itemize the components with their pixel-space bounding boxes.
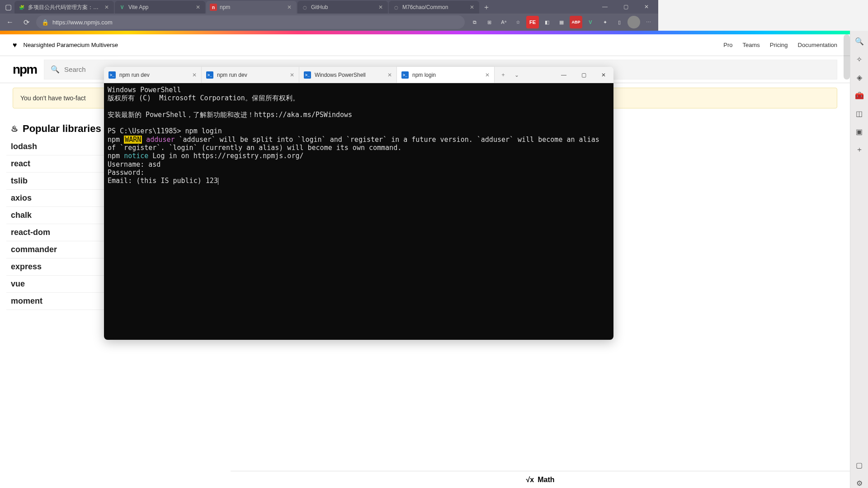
warn-badge: WARN bbox=[124, 136, 142, 144]
favicon-icon: 🧩 bbox=[18, 4, 25, 11]
terminal-line: Username: asd bbox=[108, 160, 160, 169]
tab-title: M76chao/Common bbox=[402, 4, 466, 10]
terminal-prompt: PS C:\Users\11985> bbox=[108, 127, 185, 135]
tab-title: Vite App bbox=[128, 4, 192, 10]
close-icon[interactable]: ✕ bbox=[387, 72, 392, 78]
grid-icon[interactable]: ⊞ bbox=[483, 16, 495, 28]
rainbow-divider bbox=[0, 31, 658, 34]
powershell-icon: >_ bbox=[108, 71, 116, 79]
collections-icon[interactable]: ▯ bbox=[613, 16, 626, 28]
tab-title: npm bbox=[220, 4, 283, 10]
vue-extension-icon[interactable]: V bbox=[584, 16, 597, 28]
close-icon[interactable]: ✕ bbox=[192, 72, 197, 78]
browser-titlebar: ▢ 🧩 多项目公共代码管理方案：git su ✕ V Vite App ✕ n … bbox=[0, 0, 658, 14]
terminal-line: 版权所有 (C) Microsoft Corporation。保留所有权利。 bbox=[108, 94, 299, 102]
terminal-line: npm notice Log in on https://registry.np… bbox=[108, 152, 303, 160]
maximize-button[interactable]: ▢ bbox=[574, 67, 594, 83]
star-icon[interactable]: ☆ bbox=[512, 16, 524, 28]
close-icon[interactable]: ✕ bbox=[286, 4, 293, 11]
favicon-icon: V bbox=[118, 4, 126, 11]
browser-tab-active[interactable]: n npm ✕ bbox=[206, 1, 297, 14]
maximize-button[interactable]: ▢ bbox=[616, 0, 636, 14]
terminal-line: Windows PowerShell bbox=[108, 86, 181, 94]
new-tab-button[interactable]: ＋ bbox=[480, 1, 493, 14]
search-icon: 🔍 bbox=[51, 65, 60, 74]
lock-icon: 🔒 bbox=[42, 19, 49, 26]
terminal-controls: ＋ ⌄ bbox=[496, 67, 524, 83]
terminal-tab[interactable]: >_ npm run dev ✕ bbox=[104, 67, 202, 83]
browser-tab[interactable]: 🧩 多项目公共代码管理方案：git su ✕ bbox=[14, 1, 114, 14]
text-size-icon[interactable]: Aᵃ bbox=[497, 16, 510, 28]
minimize-button[interactable]: — bbox=[595, 0, 615, 14]
powershell-icon: >_ bbox=[401, 71, 409, 79]
terminal-tabs: >_ npm run dev ✕ >_ npm run dev ✕ >_ Win… bbox=[104, 67, 613, 83]
terminal-window: >_ npm run dev ✕ >_ npm run dev ✕ >_ Win… bbox=[104, 67, 613, 340]
new-tab-button[interactable]: ＋ bbox=[496, 71, 510, 79]
npm-top-nav: ♥ Nearsighted Paramecium Multiverse Pro … bbox=[0, 34, 658, 56]
tab-title: GitHub bbox=[311, 4, 374, 10]
dropdown-icon[interactable]: ⌄ bbox=[510, 72, 524, 78]
extension-icon[interactable]: ◧ bbox=[541, 16, 553, 28]
terminal-line: Password: bbox=[108, 169, 144, 177]
browser-tab-strip: 🧩 多项目公共代码管理方案：git su ✕ V Vite App ✕ n np… bbox=[14, 0, 595, 14]
terminal-line: 安装最新的 PowerShell，了解新功能和改进！https://aka.ms… bbox=[108, 111, 352, 119]
flame-icon: ♨ bbox=[11, 124, 18, 134]
url-text: https://www.npmjs.com bbox=[52, 19, 113, 26]
terminal-tab-title: Windows PowerShell bbox=[315, 72, 384, 78]
close-icon[interactable]: ✕ bbox=[377, 4, 384, 11]
close-icon[interactable]: ✕ bbox=[485, 72, 490, 78]
terminal-tab[interactable]: >_ Windows PowerShell ✕ bbox=[299, 67, 397, 83]
screen-icon[interactable]: ⧉ bbox=[468, 16, 481, 28]
terminal-line: Email: (this IS public) 123 bbox=[108, 177, 218, 185]
refresh-button[interactable]: ⟳ bbox=[20, 16, 33, 28]
address-bar: ← ⟳ 🔒 https://www.npmjs.com ⧉ ⊞ Aᵃ ☆ FE … bbox=[0, 14, 658, 31]
close-icon[interactable]: ✕ bbox=[103, 4, 110, 11]
terminal-body[interactable]: Windows PowerShell 版权所有 (C) Microsoft Co… bbox=[104, 83, 613, 340]
close-icon[interactable]: ✕ bbox=[194, 4, 202, 11]
favicon-icon: ◌ bbox=[301, 4, 308, 11]
powershell-icon: >_ bbox=[206, 71, 213, 79]
extensions-menu-icon[interactable]: ✦ bbox=[599, 16, 611, 28]
terminal-tab[interactable]: >_ npm run dev ✕ bbox=[202, 67, 299, 83]
terminal-tab-active[interactable]: >_ npm login ✕ bbox=[397, 67, 495, 83]
terminal-tab-title: npm run dev bbox=[217, 72, 286, 78]
qr-icon[interactable]: ▦ bbox=[555, 16, 568, 28]
profile-avatar[interactable] bbox=[627, 16, 640, 28]
close-button[interactable]: ✕ bbox=[637, 0, 656, 14]
close-button[interactable]: ✕ bbox=[594, 67, 613, 83]
favicon-icon: ◌ bbox=[392, 4, 400, 11]
url-field[interactable]: 🔒 https://www.npmjs.com bbox=[36, 15, 465, 29]
terminal-line: npm WARN adduser `adduser` will be split… bbox=[108, 136, 604, 152]
browser-tab[interactable]: V Vite App ✕ bbox=[115, 1, 205, 14]
close-icon[interactable]: ✕ bbox=[468, 4, 476, 11]
window-controls: — ▢ ✕ bbox=[595, 0, 656, 14]
browser-tab[interactable]: ◌ M76chao/Common ✕ bbox=[389, 1, 479, 14]
terminal-command: npm login bbox=[185, 127, 222, 135]
tab-overview-icon[interactable]: ▢ bbox=[2, 0, 14, 13]
extension-icons: ⧉ ⊞ Aᵃ ☆ FE ◧ ▦ ABP V ✦ ▯ ⋯ bbox=[468, 16, 655, 28]
powershell-icon: >_ bbox=[304, 71, 311, 79]
cursor bbox=[218, 178, 218, 185]
favicon-icon: n bbox=[210, 4, 217, 11]
notice-badge: notice bbox=[124, 152, 148, 160]
fe-extension-icon[interactable]: FE bbox=[526, 16, 539, 28]
minimize-button[interactable]: — bbox=[554, 67, 574, 83]
terminal-window-controls: — ▢ ✕ bbox=[554, 67, 613, 83]
more-menu-icon[interactable]: ⋯ bbox=[642, 16, 655, 28]
popular-heading-text: Popular libraries bbox=[23, 123, 101, 135]
terminal-tab-title: npm run dev bbox=[119, 72, 189, 78]
npm-tagline: Nearsighted Paramecium Multiverse bbox=[24, 42, 118, 48]
close-icon[interactable]: ✕ bbox=[290, 72, 294, 78]
abp-extension-icon[interactable]: ABP bbox=[570, 16, 582, 28]
tab-title: 多项目公共代码管理方案：git su bbox=[28, 4, 100, 11]
terminal-tab-title: npm login bbox=[412, 72, 481, 78]
back-button[interactable]: ← bbox=[4, 16, 16, 28]
browser-tab[interactable]: ◌ GitHub ✕ bbox=[297, 1, 388, 14]
heart-icon[interactable]: ♥ bbox=[13, 41, 17, 49]
npm-logo[interactable]: npm bbox=[13, 62, 37, 77]
